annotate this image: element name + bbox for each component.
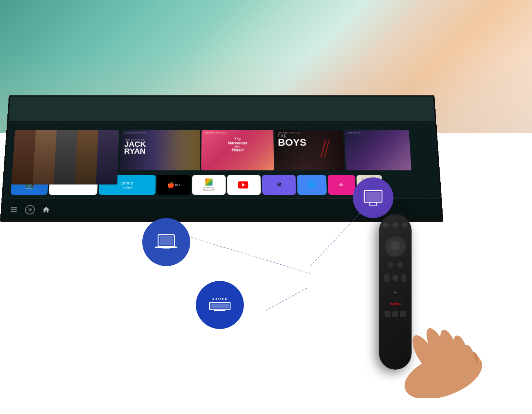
upper-row: AMAZON ORIGINAL TOM CLANCY'S JACK RYAN	[5, 124, 438, 173]
card-carnival[interactable]: AMAZON O...	[344, 130, 411, 170]
app-internet[interactable]: 🌐	[297, 175, 327, 195]
svg-rect-0	[11, 207, 17, 208]
app-youtube[interactable]	[227, 175, 261, 195]
prime-text: prime	[121, 181, 133, 186]
nav-menu[interactable]	[9, 206, 18, 214]
youtube-play-icon	[238, 181, 248, 189]
svg-rect-1	[11, 209, 17, 210]
maisel-title: The Marvelous Mrs. Maisel	[228, 137, 247, 152]
gallery-content: ✿	[339, 182, 344, 187]
carnival-art	[344, 130, 411, 170]
apple-icon: 🍎	[167, 181, 174, 188]
watch-next-section: AMAZON ORIGINAL TOM CLANCY'S JACK RYAN	[120, 130, 431, 170]
person-2	[33, 130, 57, 184]
apple-tv-text: tv+	[175, 183, 181, 187]
google-play-text: Google PlayMovies & TV	[203, 186, 215, 191]
person-collage	[11, 130, 119, 184]
tv-device-icon	[363, 190, 383, 206]
uhd-device-icon	[209, 302, 231, 313]
jack-ryan-persons	[167, 130, 200, 170]
uhd-content: UltraHD	[209, 297, 231, 313]
jack-ryan-badge: AMAZON ORIGINAL	[124, 132, 147, 134]
ultra-hd-label: UltraHD	[212, 297, 228, 301]
remote-dpad[interactable]	[384, 235, 406, 257]
card-boys[interactable]: AMAZON ORIGINAL THE BOYS	[275, 130, 345, 170]
hand-holding-remote	[377, 279, 495, 399]
maisel-badge: AMAZON ORIGINAL	[204, 132, 227, 134]
remote-btn-1[interactable]	[382, 221, 389, 228]
device-circle-tv	[353, 177, 393, 218]
device-circle-laptop	[142, 218, 190, 266]
card-jack-ryan[interactable]: AMAZON ORIGINAL TOM CLANCY'S JACK RYAN	[120, 130, 200, 170]
internet-icon: 🌐	[308, 181, 316, 189]
app-apple-tv[interactable]: 🍎 tv+	[157, 175, 191, 195]
svg-rect-11	[366, 192, 381, 201]
prime-logo: prime video	[121, 181, 133, 189]
app-smart-things[interactable]: ❄	[262, 175, 296, 195]
prime-video-text: video	[123, 186, 132, 189]
svg-rect-17	[214, 310, 225, 311]
person-5	[96, 130, 119, 184]
svg-rect-16	[211, 304, 229, 308]
remote-mid-row1	[388, 262, 403, 268]
person-3	[54, 130, 77, 184]
remote-dpad-center[interactable]	[391, 241, 400, 251]
home-icon	[42, 206, 50, 214]
carnival-badge: AMAZON O...	[347, 132, 363, 134]
device-circle-uhd: UltraHD	[196, 281, 244, 329]
remote-btn-3[interactable]	[402, 221, 408, 228]
smart-things-icon: ❄	[276, 181, 282, 189]
person-1	[11, 130, 36, 184]
jack-ryan-title: TOM CLANCY'S JACK RYAN	[124, 139, 146, 155]
app-google-play[interactable]: Google PlayMovies & TV	[192, 175, 226, 195]
hand-svg	[377, 279, 495, 398]
whats-new-section	[11, 130, 119, 184]
gallery-icon: ✿	[339, 182, 343, 187]
boys-badge: AMAZON ORIGINAL	[278, 132, 301, 134]
remote-btn-2[interactable]	[392, 221, 399, 228]
svg-rect-8	[155, 247, 177, 248]
card-maisel[interactable]: AMAZON ORIGINAL The Marvelous Mrs. Maise…	[201, 130, 274, 170]
apple-tv-logo: 🍎 tv+	[167, 181, 181, 188]
whats-new-bg	[11, 130, 119, 184]
nav-home[interactable]	[42, 206, 50, 214]
boys-scratch	[318, 138, 337, 159]
remote-top-row	[382, 221, 408, 228]
person-4	[75, 130, 98, 184]
svg-rect-2	[11, 211, 17, 212]
menu-icon	[9, 206, 18, 214]
whats-new-card[interactable]	[11, 130, 119, 184]
nav-guide[interactable]: ②	[25, 205, 35, 214]
maisel-maisel: Maisel	[228, 148, 247, 152]
remote-home-btn[interactable]	[397, 262, 403, 268]
google-play-content: Google PlayMovies & TV	[202, 177, 216, 193]
google-play-icon	[205, 179, 212, 186]
watch-next-cards: AMAZON ORIGINAL TOM CLANCY'S JACK RYAN	[120, 130, 431, 170]
guide-circle: ②	[25, 205, 35, 214]
svg-rect-7	[160, 236, 173, 245]
laptop-icon	[155, 233, 177, 251]
svg-rect-9	[163, 248, 170, 249]
app-gallery[interactable]: ✿	[328, 175, 356, 195]
remote-back-btn[interactable]	[388, 262, 393, 268]
ryan-text: RYAN	[124, 148, 146, 155]
